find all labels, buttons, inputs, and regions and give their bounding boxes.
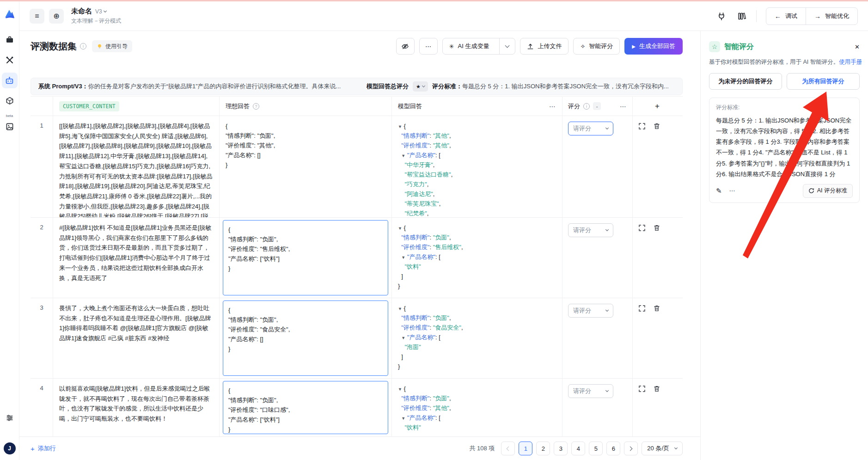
- delete-row-icon[interactable]: [653, 123, 660, 130]
- page-button-2[interactable]: 2: [536, 442, 550, 455]
- divider: [756, 10, 757, 22]
- criteria-more-button[interactable]: ⋯: [729, 187, 736, 194]
- score-unscored-button[interactable]: 为未评分的回答评分: [709, 73, 782, 90]
- add-row-button[interactable]: + 添加行: [31, 444, 56, 453]
- score-placeholder: 请评分: [573, 307, 591, 315]
- collapse-arrow-icon[interactable]: ▼: [398, 387, 402, 392]
- ideal-answer-cell[interactable]: { "情感判断": "负面", "评价维度": "食品安全", "产品名称": …: [220, 298, 392, 378]
- model-column-more-button[interactable]: ⋯: [549, 103, 556, 110]
- score-select[interactable]: 请评分: [568, 223, 613, 237]
- customer-content-cell[interactable]: 畏惧了，大晚上煮个泡面还有这么大一块蛋白质，想吐吐不出来，肚子疼也不知道是生理还…: [53, 298, 220, 378]
- expand-row-icon[interactable]: [638, 224, 646, 232]
- score-all-button[interactable]: 为所有回答评分: [787, 73, 860, 90]
- collapse-score-button[interactable]: -: [593, 102, 601, 110]
- sidebar-item-tools[interactable]: [2, 52, 18, 68]
- version-selector[interactable]: V3: [95, 8, 106, 15]
- model-answer-cell[interactable]: ▼ { "情感判断": "负面", "评价维度": "其他", ▼ "产品名称"…: [392, 379, 562, 436]
- delete-row-icon[interactable]: [653, 305, 660, 312]
- collapse-arrow-icon[interactable]: ▼: [401, 255, 405, 260]
- refresh-icon: [808, 188, 814, 194]
- expand-row-icon[interactable]: [638, 305, 646, 312]
- collapse-arrow-icon[interactable]: ▼: [398, 307, 402, 311]
- collapse-arrow-icon[interactable]: ▼: [401, 416, 405, 421]
- sidebar-item-evaluation-active[interactable]: [2, 73, 18, 88]
- sidebar-item-models[interactable]: [2, 93, 18, 109]
- score-select[interactable]: 请评分: [568, 384, 613, 398]
- ideal-answer-cell[interactable]: { "情感判断": "负面", "评价维度": "其他", "产品名称": []…: [220, 116, 392, 217]
- more-actions-button[interactable]: ⋯: [419, 38, 438, 55]
- chevron-down-icon: [674, 446, 678, 449]
- row-actions-cell: [633, 116, 682, 217]
- customer-content-cell[interactable]: [[脱敏品牌1],[脱敏品牌2],[脱敏品牌3],[脱敏品牌4],[脱敏品牌5]…: [53, 116, 220, 217]
- sidebar-item-settings[interactable]: [2, 410, 18, 426]
- expand-row-icon[interactable]: [638, 385, 646, 393]
- expand-row-icon[interactable]: [638, 123, 646, 130]
- system-prompt-bar[interactable]: 系统 Prompt/V3：你的任务是对客户发布的关于“脱敏品牌1”产品的内容和评…: [31, 78, 683, 95]
- header-action-group: ← 调试 → 智能优化: [766, 7, 858, 25]
- collapse-arrow-icon[interactable]: ▼: [398, 124, 402, 129]
- next-page-button[interactable]: [624, 442, 638, 455]
- left-sidebar: beta J: [0, 1, 19, 460]
- page-button-5[interactable]: 5: [589, 442, 603, 455]
- ai-generate-variable-dropdown[interactable]: [499, 38, 515, 54]
- score-select[interactable]: 请评分: [568, 304, 613, 318]
- smart-score-button[interactable]: ✧ 智能评分: [573, 38, 620, 55]
- index-column-header: [31, 97, 53, 116]
- table-header-row: CUSTOMER_CONTENT 理想回答 ? 模型回答 ⋯ 评分 i - ⋯ …: [31, 97, 683, 116]
- add-column-button[interactable]: +: [633, 97, 682, 116]
- sidebar-item-projects[interactable]: [2, 32, 18, 48]
- model-answer-cell[interactable]: ▼ { "情感判断": "负面", "评价维度": "售后维权", ▼ "产品名…: [392, 218, 562, 298]
- manual-link[interactable]: 使用手册: [839, 59, 862, 65]
- delete-row-icon[interactable]: [653, 385, 660, 393]
- row-actions-cell: [633, 218, 682, 298]
- score-cell: 请评分: [562, 298, 633, 378]
- sliders-icon: [6, 414, 14, 422]
- page-button-3[interactable]: 3: [554, 442, 568, 455]
- model-answer-json: ▼ { "情感判断": "负面", "评价维度": "食品安全", ▼ "产品名…: [398, 303, 556, 371]
- ideal-answer-cell[interactable]: { "情感判断": "负面", "评价维度": "口味口感", "产品名称": …: [220, 379, 392, 436]
- score-select[interactable]: 请评分: [568, 122, 613, 135]
- row-index: 4: [31, 379, 53, 436]
- collapse-arrow-icon[interactable]: ▼: [401, 336, 405, 340]
- library-button[interactable]: [737, 11, 747, 21]
- generate-all-answers-button[interactable]: ▶ 生成全部回答: [624, 38, 683, 55]
- page-button-6[interactable]: 6: [606, 442, 620, 455]
- ai-generate-variable-button[interactable]: ✳ AI 生成变量: [442, 38, 516, 55]
- cube-icon: [6, 97, 14, 105]
- user-avatar[interactable]: J: [4, 442, 16, 454]
- customer-content-badge[interactable]: CUSTOMER_CONTENT: [59, 101, 119, 111]
- debug-button[interactable]: ← 调试: [766, 8, 806, 25]
- customer-content-cell[interactable]: #[脱敏品牌1]饮料 不知道是[脱敏品牌1]业务员黑还是[脱敏品牌1]领导黑心，…: [53, 218, 220, 298]
- doc-title-block: 未命名 V3 文本理解－评分模式: [71, 7, 121, 25]
- customer-content-cell[interactable]: 以前挺喜欢喝[脱敏品牌1]饮料，但是后来感觉喝过之后喉咙发干，就不再喝饮料了，现…: [53, 379, 220, 436]
- ideal-answer-text: { "情感判断": "负面", "评价维度": "食品安全", "产品名称": …: [223, 301, 388, 376]
- hide-columns-button[interactable]: [396, 38, 415, 55]
- ideal-answer-cell[interactable]: { "情感判断": "负面", "评价维度": "售后维权", "产品名称": …: [220, 218, 392, 298]
- page-button-4[interactable]: 4: [571, 442, 585, 455]
- score-column-more-button[interactable]: ⋯: [620, 103, 627, 110]
- volcengine-logo[interactable]: [4, 8, 16, 20]
- edit-criteria-button[interactable]: ✎: [716, 187, 722, 195]
- model-answer-json: ▼ { "情感判断": "负面", "评价维度": "售后维权", ▼ "产品名…: [398, 223, 556, 291]
- model-answer-cell[interactable]: ▼ { "情感判断": "其他", "评价维度": "其他", ▼ "产品名称"…: [392, 116, 562, 217]
- optimize-button[interactable]: → 智能优化: [806, 8, 857, 25]
- page-button-1[interactable]: 1: [519, 442, 532, 455]
- plugin-button[interactable]: [716, 11, 727, 21]
- collapse-arrow-icon[interactable]: ▼: [401, 153, 405, 158]
- model-answer-cell[interactable]: ▼ { "情感判断": "负面", "评价维度": "食品安全", ▼ "产品名…: [392, 298, 562, 378]
- close-panel-button[interactable]: ✕: [855, 43, 860, 50]
- customer-content-text: 畏惧了，大晚上煮个泡面还有这么大一块蛋白质，想吐吐不出来，肚子疼也不知道是生理还…: [59, 303, 213, 343]
- customer-column-header: CUSTOMER_CONTENT: [53, 97, 220, 116]
- usage-guide-badge[interactable]: 使用引导: [92, 40, 132, 52]
- score-star-selector[interactable]: ★: [413, 81, 428, 92]
- page-size-select[interactable]: 20 条/页: [642, 442, 683, 455]
- sidebar-item-beta-feature[interactable]: [2, 119, 18, 135]
- upload-file-button[interactable]: 上传文件: [520, 38, 568, 55]
- ai-criteria-button[interactable]: AI 评分标准: [803, 184, 853, 198]
- delete-row-icon[interactable]: [653, 224, 660, 232]
- row-index: 1: [31, 116, 53, 217]
- menu-button[interactable]: ≡: [30, 9, 44, 24]
- add-node-button[interactable]: ⊕: [49, 9, 64, 24]
- prev-page-button[interactable]: [501, 442, 515, 455]
- collapse-arrow-icon[interactable]: ▼: [398, 226, 402, 231]
